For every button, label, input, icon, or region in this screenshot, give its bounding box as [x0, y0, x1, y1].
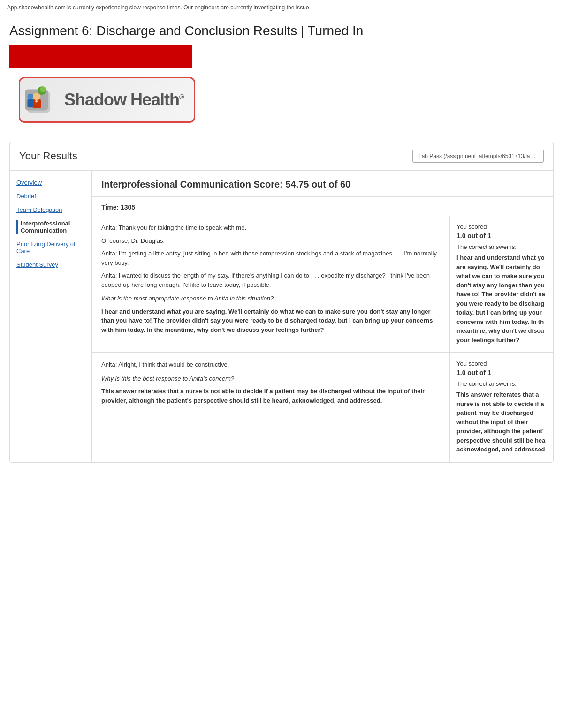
correct-answer-2: This answer reiterates that a nurse is n… [456, 390, 547, 454]
question-prompt-2: Why is this the best response to Anita's… [101, 374, 440, 383]
question-left-2: Anita: Alright, I think that would be co… [92, 353, 450, 462]
page-title: Assignment 6: Discharge and Conclusion R… [9, 23, 554, 38]
dialogue-line-2-0: Anita: Alright, I think that would be co… [101, 360, 440, 369]
red-banner [9, 45, 192, 68]
sidebar-item-student-survey[interactable]: Student Survey [16, 261, 85, 268]
sidebar-item-team-delegation[interactable]: Team Delegation [16, 206, 85, 213]
svg-point-9 [27, 94, 33, 100]
page-header: Assignment 6: Discharge and Conclusion R… [0, 15, 563, 142]
lab-pass-button[interactable]: Lab Pass (/assignment_attempts/6531713/l… [412, 150, 544, 163]
correct-label-1: The correct answer is: [456, 243, 547, 250]
sidebar: Overview Debrief Team Delegation Interpr… [10, 171, 92, 462]
shadow-health-logo-icon [25, 83, 59, 117]
score-title: Interprofessional Communication Score: 5… [101, 179, 544, 190]
results-container: Your Results Lab Pass (/assignment_attem… [9, 142, 554, 463]
logo-text-group: Shadow Health® [64, 90, 183, 110]
notification-text: App.shadowhealth.com is currently experi… [7, 4, 311, 11]
dialogue-line-1-1: Of course, Dr. Douglas. [101, 236, 440, 246]
question-text-2: Anita: Alright, I think that would be co… [101, 360, 440, 383]
dialogue-line-1-2: Anita: I'm getting a little antsy, just … [101, 249, 440, 267]
score-value-1: 1.0 out of 1 [456, 232, 547, 240]
svg-rect-8 [27, 99, 33, 107]
correct-answer-1: I hear and understand what yo are saying… [456, 253, 547, 345]
results-title: Your Results [19, 150, 77, 162]
logo-area: Shadow Health® [19, 77, 554, 123]
question-right-1: You scored 1.0 out of 1 The correct answ… [450, 216, 553, 352]
question-block-1: Anita: Thank you for taking the time to … [92, 216, 553, 353]
sidebar-item-debrief[interactable]: Debrief [16, 193, 85, 200]
correct-label-2: The correct answer is: [456, 380, 547, 387]
logo-wordmark: Shadow Health® [64, 90, 183, 109]
score-header: Interprofessional Communication Score: 5… [92, 171, 553, 197]
time-label: Time: 1305 [101, 203, 553, 211]
dialogue-line-1-3: Anita: I wanted to discuss the length of… [101, 271, 440, 289]
score-value-2: 1.0 out of 1 [456, 369, 547, 376]
you-scored-label-2: You scored [456, 360, 547, 367]
svg-rect-5 [36, 100, 37, 102]
dialogue-line-1-0: Anita: Thank you for taking the time to … [101, 223, 440, 233]
question-prompt-1: What is the most appropriate response to… [101, 294, 440, 303]
results-body: Overview Debrief Team Delegation Interpr… [10, 171, 553, 462]
sidebar-item-overview[interactable]: Overview [16, 179, 85, 186]
results-header: Your Results Lab Pass (/assignment_attem… [10, 142, 553, 171]
selected-answer-1: I hear and understand what you are sayin… [101, 307, 440, 335]
selected-answer-2: This answer reiterates that a nurse is n… [101, 387, 440, 405]
question-right-2: You scored 1.0 out of 1 The correct answ… [450, 353, 553, 462]
main-content: Interprofessional Communication Score: 5… [92, 171, 553, 462]
svg-point-7 [40, 86, 46, 92]
sidebar-item-interprofessional-communication[interactable]: Interprofessional Communication [16, 220, 85, 234]
question-block-2: Anita: Alright, I think that would be co… [92, 353, 553, 462]
question-text-1: Anita: Thank you for taking the time to … [101, 223, 440, 303]
you-scored-label-1: You scored [456, 223, 547, 230]
question-left-1: Anita: Thank you for taking the time to … [92, 216, 450, 352]
notification-bar: App.shadowhealth.com is currently experi… [0, 0, 563, 15]
sidebar-item-prioritizing-delivery[interactable]: Prioritizing Delivery of Care [16, 240, 85, 255]
logo-container: Shadow Health® [19, 77, 195, 123]
